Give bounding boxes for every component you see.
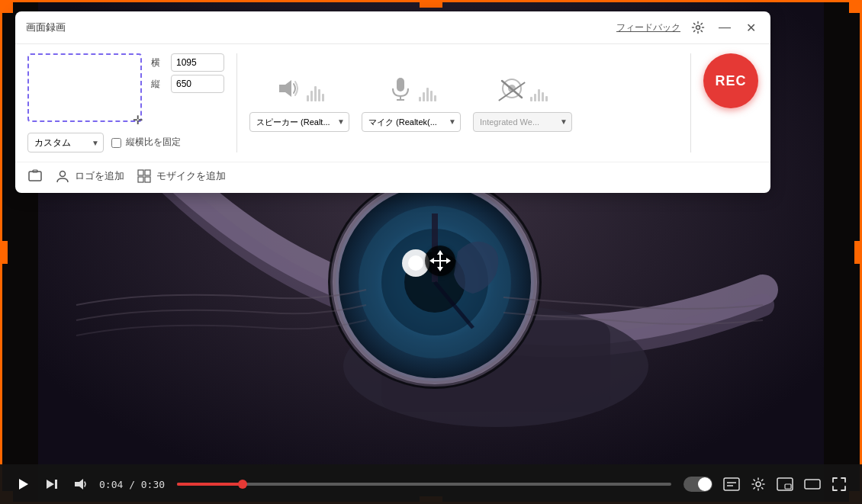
bar-5	[322, 94, 324, 101]
cam-bar-4	[542, 92, 544, 101]
cam-bar-1	[530, 97, 532, 101]
width-input[interactable]	[171, 53, 224, 72]
crosshair-icon: ✛	[133, 113, 146, 127]
progress-bar[interactable]	[177, 483, 671, 486]
captions-button[interactable]	[720, 474, 743, 494]
mic-device: マイク (Realtek(... ▼	[362, 75, 461, 132]
bar-2	[310, 91, 313, 101]
mic-bar-1	[419, 97, 421, 101]
mic-icon-row	[387, 75, 436, 108]
svg-point-40	[756, 482, 761, 486]
progress-fill	[177, 483, 243, 486]
height-input[interactable]	[171, 75, 224, 93]
theater-button[interactable]	[801, 474, 824, 494]
dimensions-column: 横 縦	[151, 53, 224, 93]
time-display: 0:04 / 0:30	[99, 479, 165, 490]
svg-rect-35	[55, 480, 57, 489]
minimize-button[interactable]: —	[716, 18, 734, 37]
svg-rect-29	[138, 170, 143, 175]
settings-video-button[interactable]	[748, 474, 769, 495]
audio-section: スピーカー (Realt... ▼	[249, 53, 678, 152]
width-label: 横	[151, 56, 166, 69]
speaker-select[interactable]: スピーカー (Realt...	[249, 112, 349, 132]
camera-icon-row	[498, 75, 548, 108]
video-controls-bar: 0:04 / 0:30	[0, 464, 862, 504]
toggle-pill[interactable]	[683, 477, 712, 492]
svg-rect-30	[145, 170, 150, 175]
svg-point-18	[696, 26, 700, 30]
mic-bar-5	[434, 95, 436, 101]
svg-rect-2	[824, 0, 862, 504]
svg-rect-32	[145, 177, 150, 182]
mosaic-icon	[137, 169, 152, 184]
width-row: 横	[151, 53, 224, 72]
camera-select-wrap: Integrated We... ▼	[473, 112, 572, 132]
camera-select[interactable]: Integrated We...	[473, 112, 572, 132]
camera-level-bars	[530, 80, 548, 101]
height-label: 縦	[151, 78, 166, 91]
svg-marker-34	[47, 480, 54, 489]
dims-and-preview: ✛ 横 縦	[27, 53, 224, 122]
bar-1	[307, 95, 309, 101]
aspect-ratio-label: 縦横比を固定	[126, 136, 181, 149]
bar-3	[314, 86, 317, 101]
aspect-ratio-row: 縦横比を固定	[111, 136, 181, 149]
close-button[interactable]: ✕	[741, 18, 760, 37]
divider-right	[690, 53, 691, 152]
svg-rect-26	[29, 172, 41, 181]
bar-4	[318, 89, 320, 101]
svg-rect-42	[785, 484, 791, 489]
cam-bar-2	[534, 94, 536, 101]
speaker-device: スピーカー (Realt... ▼	[249, 75, 349, 132]
svg-marker-19	[279, 80, 291, 97]
fullscreen-button[interactable]	[828, 474, 850, 495]
pip-button[interactable]	[774, 474, 796, 494]
speaker-level-bars	[307, 80, 324, 101]
svg-rect-37	[724, 478, 739, 490]
preset-select-wrap: カスタム ▼	[27, 133, 104, 152]
preset-select[interactable]: カスタム	[27, 133, 104, 152]
mosaic-label: モザイクを追加	[156, 169, 226, 183]
panel-main-content: ✛ 横 縦 カスタム	[15, 44, 770, 162]
play-button[interactable]	[12, 474, 34, 495]
mic-select[interactable]: マイク (Realtek(...	[362, 112, 461, 132]
cam-bar-3	[538, 89, 540, 101]
svg-marker-33	[19, 479, 28, 490]
bottom-control-row: カスタム ▼ 縦横比を固定	[27, 133, 224, 152]
logo-toolbar-btn[interactable]: ロゴを追加	[55, 169, 124, 184]
screenshot-icon	[27, 169, 43, 184]
svg-point-28	[60, 172, 66, 177]
speaker-icon-row	[275, 75, 324, 108]
screenshot-toolbar-btn[interactable]	[27, 169, 43, 184]
svg-rect-31	[138, 177, 143, 182]
toggle-knob	[698, 477, 712, 491]
panel-titlebar: 画面録画 フィードバック — ✕	[15, 11, 770, 44]
move-cursor[interactable]	[423, 244, 457, 278]
cam-bar-5	[545, 96, 548, 101]
mosaic-toolbar-btn[interactable]: モザイクを追加	[137, 169, 226, 184]
camera-device: Integrated We... ▼	[473, 75, 572, 132]
right-video-controls	[720, 474, 850, 495]
feedback-link[interactable]: フィードバック	[616, 21, 680, 34]
mic-bar-3	[426, 88, 429, 101]
settings-icon-btn[interactable]	[688, 18, 708, 37]
panel-toolbar: ロゴを追加 モザイクを追加	[15, 162, 770, 193]
person-icon	[55, 169, 70, 184]
logo-label: ロゴを追加	[75, 169, 124, 183]
svg-marker-36	[75, 479, 83, 490]
rec-button[interactable]: REC	[703, 53, 758, 108]
svg-rect-43	[805, 480, 820, 489]
progress-dot	[238, 480, 247, 489]
video-toggle[interactable]	[683, 477, 712, 492]
volume-button[interactable]	[70, 474, 92, 495]
mic-bar-2	[423, 92, 425, 101]
speaker-select-wrap: スピーカー (Realt... ▼	[249, 112, 349, 132]
aspect-ratio-checkbox[interactable]	[111, 138, 121, 148]
camera-icon	[498, 75, 526, 108]
capture-preview-box[interactable]: ✛	[27, 53, 142, 122]
next-button[interactable]	[41, 474, 63, 495]
mic-icon	[387, 75, 414, 108]
panel-title: 画面録画	[26, 21, 66, 34]
svg-rect-20	[397, 78, 404, 91]
height-row: 縦	[151, 75, 224, 93]
